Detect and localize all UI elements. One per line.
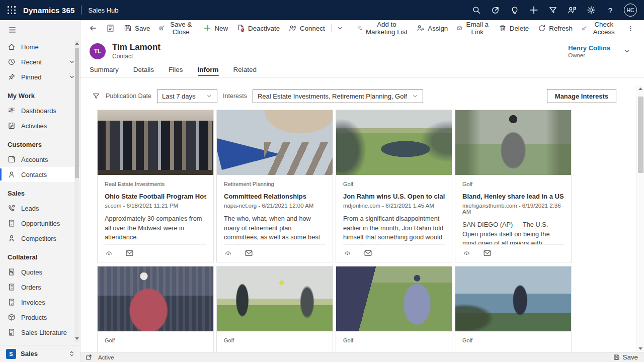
relationship-assistant-icon[interactable] — [564, 0, 581, 20]
sidebar-item-contacts[interactable]: Contacts — [0, 167, 80, 182]
news-card[interactable]: Golf — [97, 266, 214, 362]
sidebar-item-leads[interactable]: Leads — [0, 201, 80, 216]
hamburger-menu-icon[interactable] — [0, 20, 80, 37]
content-scrollbar[interactable] — [636, 85, 644, 352]
interests-select[interactable]: Real Estate Investments, Retirement Plan… — [253, 89, 423, 103]
news-card[interactable]: Golf — [216, 266, 333, 362]
article-image[interactable] — [455, 110, 571, 175]
back-button[interactable] — [85, 22, 102, 35]
sidebar-group-collateral: Collateral — [0, 246, 80, 264]
news-card[interactable]: Real Estate Investments Ohio State Footb… — [97, 110, 214, 262]
app-launcher-icon[interactable] — [0, 0, 23, 20]
area-switcher[interactable]: S Sales — [0, 345, 80, 362]
sidebar-scrollbar[interactable] — [74, 40, 79, 342]
connect-button[interactable]: Connect — [284, 22, 330, 35]
article-image[interactable] — [336, 110, 452, 175]
article-title[interactable]: Jon Rahm wins U.S. Open to claim first .… — [343, 193, 445, 200]
views-eye-icon[interactable] — [105, 249, 113, 257]
views-eye-icon[interactable] — [462, 249, 471, 257]
scroll-down-arrow-icon[interactable] — [75, 337, 79, 340]
search-icon[interactable] — [468, 0, 485, 20]
sidebar-scrollbar-thumb[interactable] — [75, 48, 79, 178]
new-button[interactable]: New — [199, 22, 232, 35]
article-title[interactable]: Bland, Henley share lead in a US Open ..… — [462, 193, 564, 200]
news-card[interactable]: Golf — [455, 266, 572, 362]
sidebar-group-sales: Sales — [0, 182, 80, 201]
form-selector-button[interactable] — [102, 22, 119, 35]
sidebar-item-label: Quotes — [21, 268, 42, 276]
help-icon[interactable]: ? — [602, 0, 619, 20]
article-image[interactable] — [455, 266, 571, 331]
assign-button[interactable]: Assign — [412, 22, 452, 35]
user-avatar[interactable]: HC — [624, 4, 637, 17]
news-card[interactable]: Golf Jon Rahm wins U.S. Open to claim fi… — [336, 110, 452, 262]
tab-inform[interactable]: Inform — [198, 66, 219, 77]
topbar-divider — [81, 6, 82, 15]
email-article-icon[interactable] — [125, 249, 134, 257]
article-image[interactable] — [217, 110, 333, 175]
sidebar-item-activities[interactable]: Activities — [0, 118, 80, 133]
lightbulb-icon[interactable] — [506, 0, 523, 20]
more-commands-button[interactable] — [622, 22, 639, 35]
article-image[interactable] — [98, 266, 213, 331]
news-card[interactable]: Retirement Planning Committeed Relations… — [216, 110, 333, 262]
article-title[interactable]: Committeed Relationships — [224, 193, 326, 200]
email-article-icon[interactable] — [483, 249, 492, 257]
sidebar-item-opportunities[interactable]: Opportunities — [0, 216, 80, 231]
article-image[interactable] — [217, 266, 333, 331]
owner-role-label: Owner — [568, 52, 610, 58]
scroll-up-arrow-icon[interactable] — [638, 87, 642, 90]
updown-chevron-icon[interactable] — [68, 350, 75, 357]
manage-interests-button[interactable]: Manage Interests — [547, 89, 616, 103]
sidebar-item-home[interactable]: Home — [0, 39, 80, 54]
news-card[interactable]: Golf Bland, Henley share lead in a US Op… — [455, 110, 572, 262]
news-card[interactable]: Golf — [336, 266, 452, 362]
views-eye-icon[interactable] — [224, 249, 232, 257]
brand-title[interactable]: Dynamics 365 — [23, 6, 74, 15]
article-source: michigansthumb.com - 6/19/2021 2:36 AM — [462, 203, 564, 215]
save-and-close-button[interactable]: Save & Close — [154, 22, 199, 35]
sidebar-item-sales-literature[interactable]: Sales Literature — [0, 325, 80, 340]
refresh-button[interactable]: Refresh — [533, 22, 577, 35]
scroll-down-arrow-icon[interactable] — [638, 347, 642, 350]
article-title[interactable]: Ohio State Football Program Hosts Job ..… — [105, 193, 206, 200]
compass-icon[interactable] — [487, 0, 504, 20]
sidebar-item-quotes[interactable]: Quotes — [0, 264, 80, 280]
email-a-link-button[interactable]: Email a Link — [452, 22, 494, 35]
app-name[interactable]: Sales Hub — [88, 7, 118, 14]
owner-link[interactable]: Henry Collins — [568, 44, 610, 52]
sidebar-item-dashboards[interactable]: Dashboards — [0, 103, 80, 118]
article-image[interactable] — [336, 266, 452, 331]
email-article-icon[interactable] — [245, 249, 253, 257]
sidebar-item-competitors[interactable]: Competitors — [0, 231, 80, 246]
scroll-up-arrow-icon[interactable] — [75, 42, 79, 45]
article-image[interactable] — [98, 110, 213, 175]
sidebar-item-label: Orders — [21, 284, 41, 291]
publication-date-select[interactable]: Last 7 days — [157, 89, 217, 103]
sidebar-item-accounts[interactable]: Accounts — [0, 152, 80, 167]
plus-icon[interactable] — [525, 0, 542, 20]
sidebar-item-orders[interactable]: Orders — [0, 280, 80, 295]
check-access-button[interactable]: Check Access — [577, 22, 622, 35]
header-expand-chevron-icon[interactable] — [623, 47, 631, 55]
tab-details[interactable]: Details — [133, 66, 154, 77]
tab-files[interactable]: Files — [169, 66, 183, 77]
settings-gear-icon[interactable] — [583, 0, 600, 20]
email-article-icon[interactable] — [364, 249, 372, 257]
sidebar-item-pinned[interactable]: Pinned — [0, 69, 80, 84]
tab-related[interactable]: Related — [233, 66, 257, 77]
connect-split-chevron[interactable] — [333, 22, 348, 35]
footer-save-button[interactable]: Save — [613, 353, 638, 361]
expand-form-icon[interactable] — [86, 354, 92, 360]
save-button[interactable]: Save — [119, 22, 154, 35]
deactivate-button[interactable]: Deactivate — [232, 22, 284, 35]
sidebar-item-invoices[interactable]: Invoices — [0, 295, 80, 310]
tab-summary[interactable]: Summary — [90, 66, 119, 77]
sidebar-item-products[interactable]: Products — [0, 310, 80, 325]
content-scrollbar-thumb[interactable] — [638, 97, 643, 173]
delete-button[interactable]: Delete — [494, 22, 534, 35]
add-to-marketing-list-button[interactable]: Add to Marketing List — [353, 22, 412, 35]
views-eye-icon[interactable] — [343, 249, 352, 257]
filter-icon[interactable] — [544, 0, 561, 20]
sidebar-item-recent[interactable]: Recent — [0, 54, 80, 69]
